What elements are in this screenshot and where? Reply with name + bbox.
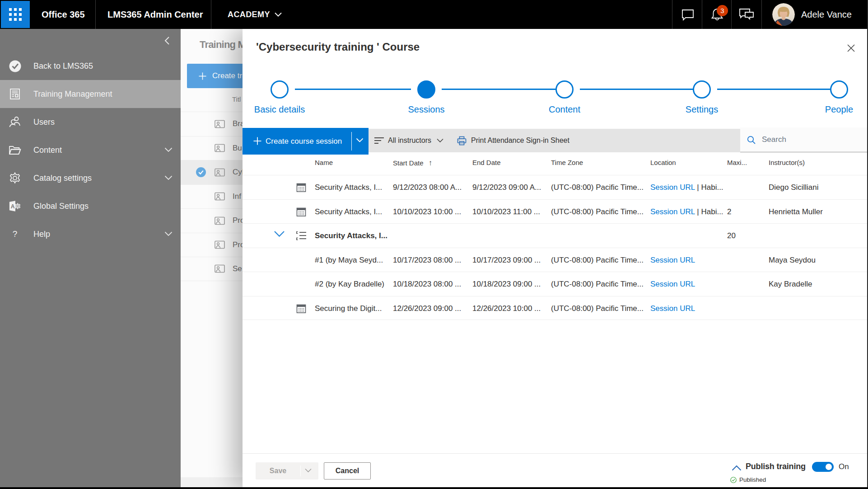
app-title[interactable]: LMS365 Admin Center [107,0,203,29]
chevron-down-icon [275,12,282,17]
session-url-link[interactable]: Session URL [650,280,695,288]
session-group-row[interactable]: Security Attacks, I... 20 [243,223,867,248]
topbar-divider [731,0,732,29]
column-header-title[interactable]: Titl [232,93,241,106]
chevron-up-icon[interactable] [732,465,742,471]
session-name: Security Attacks, I... [315,200,390,224]
session-instructors: Diego Sicilliani [769,175,863,200]
session-url-link[interactable]: Session URL [650,304,695,313]
sidebar: Back to LMS365 Training Management [0,29,181,487]
column-end-date[interactable]: End Date [472,159,501,166]
split-button-divider [351,132,352,150]
step-circle-basic-details[interactable] [271,80,289,99]
instructors-filter-label: All instructors [388,136,431,145]
session-name: #2 (by Kay Bradelle) [315,272,390,296]
calendar-icon [296,183,306,193]
chevron-down-icon [164,230,173,238]
session-start: 10/17/2023 08:00 ... [393,248,469,273]
plus-icon [199,72,206,80]
save-label: Save [256,462,300,480]
step-label-content[interactable]: Content [537,104,592,115]
step-label-people[interactable]: People [812,104,866,115]
calendar-icon [296,207,306,217]
user-name[interactable]: Adele Vance [801,0,852,29]
published-check-icon [730,477,737,483]
sidebar-collapse-button[interactable] [163,36,173,46]
expand-chevron-icon[interactable] [274,230,285,241]
close-button[interactable] [845,42,857,54]
create-course-session-button[interactable]: Create course session [243,128,369,155]
session-row[interactable]: Security Attacks, I... 9/12/2023 08:00 A… [243,175,867,199]
session-url-link[interactable]: Session URL [650,207,695,216]
contact-card-icon [215,263,225,274]
session-row[interactable]: Securing the Digit... 12/26/2023 09:00 .… [243,296,867,320]
save-button[interactable]: Save [256,462,318,480]
publish-toggle[interactable] [812,462,834,472]
sidebar-item-global-settings[interactable]: A Global Settings [0,192,181,220]
session-name: #1 (by Maya Seyd... [315,248,390,273]
selected-check-icon [196,167,206,177]
sort-ascending-icon: ↑ [429,159,433,167]
chevron-down-icon[interactable] [305,468,312,473]
step-label-basic-details[interactable]: Basic details [252,104,307,115]
session-row[interactable]: Security Attacks, I... 10/10/2023 10:00 … [243,199,867,224]
sidebar-item-label: Back to LMS365 [33,61,93,71]
sidebar-item-catalog-settings[interactable]: Catalog settings [0,164,181,192]
step-circle-content[interactable] [555,80,574,99]
sidebar-item-label: Content [33,146,62,155]
step-circle-settings[interactable] [693,80,711,99]
column-start-date[interactable]: Start Date ↑ [393,159,432,168]
svg-text:A: A [11,203,15,210]
sidebar-item-users[interactable]: Users [0,108,181,136]
step-label-settings[interactable]: Settings [675,104,729,115]
cancel-button[interactable]: Cancel [324,462,371,480]
column-maximum[interactable]: Maxi... [727,159,747,166]
search-input[interactable]: Search [740,127,867,152]
printer-icon [457,136,467,146]
session-start: 12/26/2023 09:00 ... [393,296,469,321]
sidebar-item-training-management[interactable]: Training Management [0,80,181,108]
sidebar-item-content[interactable]: Content [0,136,181,164]
session-url-link[interactable]: Session URL [650,256,695,264]
session-location: Session URL [650,272,723,296]
waffle-button[interactable] [1,1,30,28]
instructors-filter[interactable]: All instructors [374,129,443,152]
sidebar-item-help[interactable]: ? Help [0,220,181,248]
session-url-link[interactable]: Session URL [650,183,695,192]
session-group-list-icon [296,231,306,241]
avatar-image [772,3,795,26]
column-name[interactable]: Name [315,159,333,166]
question-icon: ? [9,228,21,240]
brand-office365[interactable]: Office 365 [42,0,85,29]
waffle-icon [9,8,22,21]
step-circle-people[interactable] [830,80,848,99]
chevron-down-icon[interactable] [356,138,364,143]
session-location: Session URL | Habi... [650,175,723,200]
step-circle-sessions[interactable] [417,80,435,99]
session-start: 10/18/2023 08:00 ... [393,272,469,296]
session-end: 10/17/2023 09:00 ... [472,248,548,273]
column-location[interactable]: Location [650,159,676,166]
chat-button[interactable] [679,0,697,29]
toggle-knob [826,464,832,470]
training-row-label: Inf [233,192,241,201]
print-attendance-button[interactable]: Print Attendance Sign-in Sheet [457,129,569,152]
session-timezone: (UTC-08:00) Pacific Time... [551,296,644,321]
column-time-zone[interactable]: Time Zone [551,159,583,166]
tenant-selector[interactable]: ACADEMY [228,0,282,29]
sidebar-item-label: Help [33,230,50,239]
sidebar-item-back-to-lms365[interactable]: Back to LMS365 [0,52,181,80]
step-label-sessions[interactable]: Sessions [399,104,453,115]
column-instructors[interactable]: Instructor(s) [769,159,805,166]
filter-icon [374,137,384,144]
session-location: Session URL [650,248,723,273]
feedback-button[interactable] [737,0,756,29]
session-row[interactable]: #2 (by Kay Bradelle) 10/18/2023 08:00 ..… [243,272,867,296]
avatar[interactable] [772,3,795,26]
session-row[interactable]: #1 (by Maya Seyd... 10/17/2023 08:00 ...… [243,248,867,272]
search-icon [747,136,756,144]
chevron-down-icon [437,138,443,143]
gear-icon [9,172,21,184]
split-button-divider [300,465,301,476]
publish-training-label: Publish training [746,462,806,471]
